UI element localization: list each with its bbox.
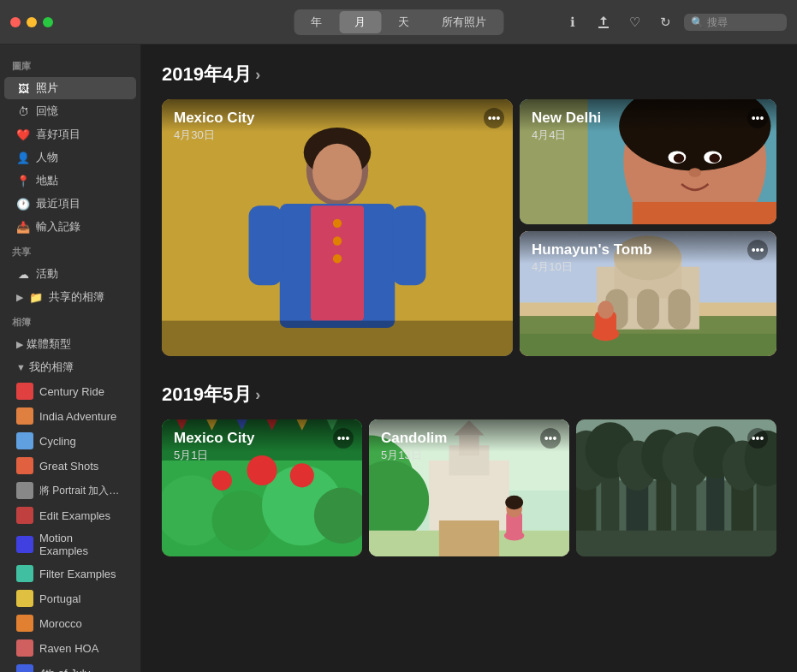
sidebar-album-label-cycling: Cycling [39, 435, 76, 448]
card-candolim[interactable]: Candolim 5月13日 ••• [369, 419, 569, 556]
may-section: 2019年5月 › [162, 382, 776, 556]
sidebar-album-label-portrait: 將 Portrait 加入喜… [39, 484, 124, 498]
album-thumb-4th [16, 664, 33, 672]
search-icon: 🔍 [691, 16, 704, 28]
maximize-button[interactable] [43, 17, 53, 27]
april-title[interactable]: 2019年4月 › [162, 62, 776, 87]
mexico-city-may-more-button[interactable]: ••• [333, 428, 354, 449]
april-section: 2019年4月 › [162, 62, 776, 356]
candolim-overlay: Candolim 5月13日 [369, 419, 569, 473]
sidebar-label-places: 地點 [36, 173, 58, 188]
album-thumb-century-ride [16, 383, 33, 400]
album-thumb-filter [16, 565, 33, 582]
svg-rect-82 [576, 531, 776, 556]
disclosure-icon-shared: ▶ [16, 292, 23, 303]
svg-rect-31 [668, 289, 690, 330]
album-thumb-portugal [16, 590, 33, 607]
segment-all-photos[interactable]: 所有照片 [426, 11, 502, 33]
may-photo-grid: Mexico City 5月1日 ••• [162, 419, 776, 556]
svg-point-6 [333, 219, 342, 228]
sidebar-album-india-adventure[interactable]: India Adventure [4, 404, 136, 428]
sidebar-album-raven-hoa[interactable]: Raven HOA [4, 636, 136, 660]
third-may-more-button[interactable]: ••• [747, 428, 768, 449]
sidebar-album-filter-examples[interactable]: Filter Examples [4, 562, 136, 586]
may-title[interactable]: 2019年5月 › [162, 382, 776, 407]
shared-albums-icon: 📁 [29, 290, 43, 304]
segment-month[interactable]: 月 [339, 11, 381, 33]
mexico-city-may-overlay: Mexico City 5月1日 [162, 419, 362, 473]
svg-point-7 [333, 236, 342, 245]
sidebar-album-cycling[interactable]: Cycling [4, 429, 136, 453]
sidebar-media-types[interactable]: ▶ 媒體類型 [4, 333, 136, 355]
sidebar-album-portrait[interactable]: 將 Portrait 加入喜… [4, 479, 136, 503]
favorite-button[interactable]: ♡ [622, 10, 646, 34]
card-mexico-city-may[interactable]: Mexico City 5月1日 ••• [162, 419, 362, 556]
sidebar-item-favorites[interactable]: ❤️ 喜好項目 [4, 123, 136, 146]
candolim-title: Candolim [381, 430, 557, 447]
sidebar-album-motion-examples[interactable]: Motion Examples [4, 528, 136, 561]
candolim-more-button[interactable]: ••• [540, 428, 561, 449]
segment-year[interactable]: 年 [295, 11, 337, 33]
humayun-more-button[interactable]: ••• [747, 240, 768, 260]
sidebar-album-morocco[interactable]: Morocco [4, 611, 136, 635]
humayun-overlay: Humayun's Tomb 4月10日 [520, 231, 776, 285]
sidebar-album-label-filter: Filter Examples [39, 568, 116, 580]
mexico-city-april-more-button[interactable]: ••• [484, 108, 504, 128]
sidebar-item-memories[interactable]: ⏱ 回憶 [4, 100, 136, 122]
disclosure-media-icon: ▶ [16, 339, 23, 350]
share-button[interactable] [592, 10, 616, 34]
toolbar-center: 年 月 天 所有照片 [294, 9, 503, 35]
disclosure-my-albums-icon: ▼ [16, 362, 26, 372]
card-mexico-city-april[interactable]: Mexico City 4月30日 ••• [162, 99, 513, 356]
close-button[interactable] [10, 17, 21, 27]
album-thumb-india-adventure [16, 407, 33, 425]
places-icon: 📍 [16, 174, 30, 187]
search-box[interactable]: 🔍 [684, 14, 787, 31]
sidebar-label-recent: 最近項目 [36, 196, 80, 211]
april-chevron: › [255, 66, 260, 84]
content-area: 2019年4月 › [141, 45, 797, 672]
toolbar-right: ℹ ♡ ↻ 🔍 [561, 10, 787, 34]
new-delhi-more-button[interactable]: ••• [747, 108, 768, 128]
minimize-button[interactable] [27, 17, 37, 27]
svg-point-63 [505, 496, 523, 509]
album-thumb-great-shots [16, 457, 33, 474]
info-button[interactable]: ℹ [561, 10, 585, 34]
svg-rect-10 [392, 205, 425, 285]
mexico-city-april-date: 4月30日 [174, 128, 501, 143]
sidebar-item-shared-albums[interactable]: ▶ 📁 共享的相簿 [4, 286, 136, 308]
humayun-date: 4月10日 [532, 259, 764, 275]
sidebar-item-places[interactable]: 📍 地點 [4, 169, 136, 192]
sidebar-album-great-shots[interactable]: Great Shots [4, 454, 136, 478]
album-thumb-edit [16, 507, 33, 524]
svg-rect-9 [249, 205, 283, 285]
segment-day[interactable]: 天 [383, 11, 425, 33]
may-title-text: 2019年5月 [162, 382, 252, 407]
sidebar-my-albums[interactable]: ▼ 我的相簿 [4, 356, 136, 378]
sidebar-album-century-ride[interactable]: Century Ride [4, 379, 136, 403]
sidebar-item-people[interactable]: 👤 人物 [4, 146, 136, 169]
main-layout: 圖庫 🖼 照片 ⏱ 回憶 ❤️ 喜好項目 👤 人物 📍 地點 🕐 最近項目 📥 … [0, 45, 797, 672]
svg-rect-21 [633, 202, 776, 224]
sidebar-album-4th-july[interactable]: 4th of July [4, 661, 136, 672]
sidebar-item-recent[interactable]: 🕐 最近項目 [4, 193, 136, 215]
sidebar-item-photos[interactable]: 🖼 照片 [4, 77, 136, 99]
sidebar-label-my-albums: 我的相簿 [29, 360, 74, 375]
sidebar-label-memories: 回憶 [36, 104, 58, 119]
sidebar-label-photos: 照片 [36, 80, 58, 96]
svg-point-8 [333, 254, 342, 263]
recent-icon: 🕐 [16, 197, 30, 211]
card-third-may[interactable]: ••• [576, 419, 776, 556]
april-title-text: 2019年4月 [162, 62, 252, 87]
sidebar-album-edit-examples[interactable]: Edit Examples [4, 503, 136, 527]
card-new-delhi[interactable]: New Delhi 4月4日 ••• [520, 99, 776, 224]
sidebar-album-portugal[interactable]: Portugal [4, 586, 136, 610]
memories-icon: ⏱ [16, 104, 30, 118]
rotate-button[interactable]: ↻ [653, 10, 677, 34]
sidebar-item-import[interactable]: 📥 輸入記錄 [4, 216, 136, 238]
traffic-lights [10, 17, 53, 27]
sidebar-item-activity[interactable]: ☁ 活動 [4, 263, 136, 285]
sidebar-label-shared-albums: 共享的相簿 [49, 289, 104, 305]
card-humayun[interactable]: Humayun's Tomb 4月10日 ••• [520, 231, 776, 356]
search-input[interactable] [707, 16, 784, 28]
